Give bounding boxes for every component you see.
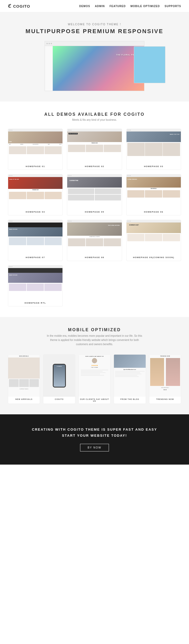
mobile-card-cogito[interactable]: ℭ COGITO COGITO bbox=[43, 354, 75, 404]
nav-demos[interactable]: DEMOS bbox=[79, 5, 90, 8]
demo-item-hp03[interactable]: MADE FOR YOU HOMEPAGE 03 bbox=[126, 129, 181, 170]
footer-line1: CREATING WITH COGITO THEME IS SUPER FAST… bbox=[8, 427, 181, 431]
mobile-card-label-trending: TRENDING NOW bbox=[149, 397, 181, 402]
demo-item-rtl[interactable]: MADE FOR SUN HOMEPAGE RTL bbox=[8, 265, 63, 306]
demo-label-hp06: HOMEPAGE 06 bbox=[127, 209, 181, 215]
demo-label-hp04: HOMEPAGE 04 bbox=[8, 209, 62, 215]
mobile-card-new-arrivals[interactable]: NEW ARRIVALS CURRENT SALES NEW ARRIVALS bbox=[8, 354, 40, 404]
mobile-card-label-testimonials: OUR CLIENTS SAY ABOUT US bbox=[79, 397, 110, 404]
mockup-main-window: THE FLORAL PATTERN bbox=[45, 41, 144, 91]
demos-title: ALL DEMOS AVAILABLE FOR COGITO bbox=[8, 112, 181, 117]
demo-label-rtl: HOMEPAGE RTL bbox=[8, 300, 62, 306]
demo-label-hp05: HOMEPAGE 05 bbox=[67, 209, 122, 215]
mobile-title: MOBILE OPTIMIZED bbox=[8, 328, 181, 332]
demos-section: ALL DEMOS AVAILABLE FOR COGITO Meets & f… bbox=[0, 102, 189, 317]
footer-cta: CREATING WITH COGITO THEME IS SUPER FAST… bbox=[0, 414, 189, 465]
hero-subtitle: WELCOME TO COGITO THEME ! bbox=[5, 23, 184, 26]
logo: ℭ COGITO bbox=[8, 3, 30, 9]
demos-grid: NEW APPWOMENACCESSORIESSALEBLOG HOMEPAGE… bbox=[8, 129, 181, 261]
demo-item-hp04[interactable]: SOAK UP THE SUN TRENDING NOW HOMEPAGE 04 bbox=[8, 174, 63, 215]
mockup-sidebar bbox=[45, 46, 53, 91]
mockup-right-card bbox=[134, 46, 165, 83]
logo-text: COGITO bbox=[13, 4, 30, 8]
demo-item-hp08[interactable]: THE FLORAL PATTERN SUMMERTIME LOOK MORE … bbox=[67, 220, 122, 261]
demo-label-hp01: HOMEPAGE 01 bbox=[8, 163, 62, 170]
mobile-section: MOBILE OPTIMIZED In the mobile era, mobi… bbox=[0, 317, 189, 414]
mobile-card-label-new-arrivals: NEW ARRIVALS bbox=[8, 397, 40, 402]
demo-label-hp07: HOMEPAGE 07 bbox=[8, 254, 62, 261]
navigation: DEMOS ADMIN FEATURED MOBILE OPTIMIZED SU… bbox=[79, 5, 181, 8]
nav-admin[interactable]: ADMIN bbox=[95, 5, 105, 8]
nav-featured[interactable]: FEATURED bbox=[109, 5, 126, 8]
mobile-description: In the mobile era, mobiles becomes more … bbox=[45, 334, 144, 346]
mobile-card-label-blog: FROM THE BLOG bbox=[114, 397, 145, 402]
nav-mobile-optimized[interactable]: MOBILE OPTIMIZED bbox=[130, 5, 160, 8]
demo-item-hp01[interactable]: NEW APPWOMENACCESSORIESSALEBLOG HOMEPAGE… bbox=[8, 129, 63, 170]
demo-label-hp09: HOMEPAGE 09(COMING SOON) bbox=[127, 254, 181, 261]
demo-label-hp02: HOMEPAGE 02 bbox=[67, 163, 122, 170]
demo-item-hp05[interactable]: SUMMERTIME HOMEPAGE 05 bbox=[67, 174, 122, 215]
mobile-card-label-cogito: COGITO bbox=[43, 397, 75, 402]
mobile-card-blog[interactable]: Quis Sed Bibendum Lore FROM THE BLOG bbox=[114, 354, 146, 404]
mobile-screenshots: NEW ARRIVALS CURRENT SALES NEW ARRIVALS … bbox=[8, 354, 181, 404]
logo-icon: ℭ bbox=[8, 3, 12, 9]
demo-item-hp06[interactable]: FLORAL DRESSES NEW ARRIVALS HOMEPAGE 06 bbox=[126, 174, 181, 215]
demo-item-hp02[interactable]: AW 17 COLLECTION TRENDING NOW HOMEPAGE 0… bbox=[67, 129, 122, 170]
header: ℭ COGITO DEMOS ADMIN FEATURED MOBILE OPT… bbox=[0, 0, 189, 12]
buy-now-button[interactable]: BY NOW bbox=[80, 444, 109, 451]
hero-section: WELCOME TO COGITO THEME ! MULTIPURPOSE P… bbox=[0, 12, 189, 102]
mobile-card-testimonials[interactable]: OUR CLIENTS SAY ABOUT US ★★★★★ TOM THOMA… bbox=[78, 354, 111, 404]
footer-line2: START YOUR WEBSITE TODAY! bbox=[8, 434, 181, 437]
hero-mockup: THE FLORAL PATTERN bbox=[29, 41, 160, 94]
demo-label-hp03: HOMEPAGE 03 bbox=[127, 163, 181, 170]
mockup-content: THE FLORAL PATTERN bbox=[53, 46, 144, 91]
hero-title: MULTIPURPOSE PREMIUM RESPONSIVE bbox=[5, 28, 184, 35]
demo-item-hp09[interactable]: SOMMER HUE? HOMEPAGE 09(COMING SOON) bbox=[126, 220, 181, 261]
demo-item-hp07[interactable]: MADE FOR SUN HOMEPAGE 07 bbox=[8, 220, 63, 261]
mobile-card-trending[interactable]: TRENDING NOW NEW ARRIVALS $18.00 TRENDIN… bbox=[149, 354, 181, 404]
demos-subtitle: Meets & fits any kind of your business. bbox=[8, 118, 181, 121]
phone-mockup: ℭ COGITO bbox=[53, 364, 66, 388]
demo-label-hp08: HOMEPAGE 08 bbox=[67, 254, 122, 261]
nav-supports[interactable]: SUPPORTS bbox=[165, 5, 181, 8]
